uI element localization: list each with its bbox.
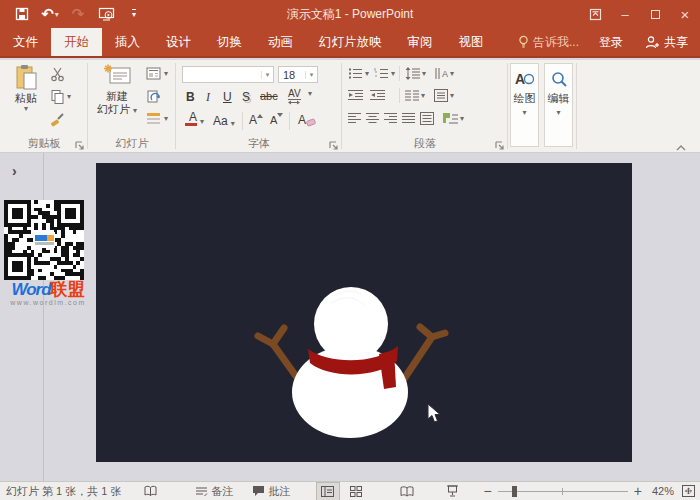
numbering-dropdown-arrow[interactable]: ▾	[391, 70, 395, 78]
zoom-out-button[interactable]: −	[484, 483, 492, 499]
paragraph-dialog-launcher[interactable]	[495, 140, 505, 150]
tab-animations[interactable]: 动画	[255, 28, 306, 56]
paste-button[interactable]: 粘贴 ▾	[8, 64, 44, 113]
copy-button[interactable]: ▾	[50, 89, 71, 104]
customize-qat-button[interactable]: ▾	[122, 3, 146, 25]
minimize-button[interactable]: –	[610, 0, 640, 28]
slide-number-indicator[interactable]: 幻灯片 第 1 张，共 1 张	[6, 484, 122, 499]
align-text-button[interactable]: ▾	[434, 89, 454, 102]
decrease-indent-button[interactable]	[348, 89, 363, 102]
slide-canvas[interactable]	[96, 163, 632, 462]
share-button[interactable]: 共享	[633, 34, 700, 51]
tell-me-box[interactable]: 告诉我...	[508, 34, 589, 51]
tab-file[interactable]: 文件	[0, 28, 51, 56]
change-case-button[interactable]: Aa▾	[213, 114, 235, 128]
sign-in-button[interactable]: 登录	[589, 34, 633, 51]
font-color-dropdown[interactable]: ▾	[200, 118, 204, 126]
shrink-font-button[interactable]: A	[270, 113, 283, 126]
ribbon-display-options-button[interactable]	[580, 0, 610, 28]
tab-slideshow[interactable]: 幻灯片放映	[306, 28, 395, 56]
distribute-button[interactable]	[420, 112, 434, 125]
slide-layout-button[interactable]: ▾	[146, 67, 168, 80]
bullets-dropdown-arrow[interactable]: ▾	[365, 70, 369, 78]
close-button[interactable]: ×	[670, 0, 700, 28]
strikethrough-button[interactable]: abc	[260, 90, 278, 102]
section-dropdown-arrow[interactable]: ▾	[164, 115, 168, 123]
zoom-level-indicator[interactable]: 42%	[652, 485, 674, 497]
layout-dropdown-arrow[interactable]: ▾	[164, 70, 168, 78]
undo-button[interactable]: ↶ ▾	[38, 3, 62, 25]
text-direction-dropdown-arrow[interactable]: ▾	[450, 70, 454, 78]
italic-button[interactable]: I	[206, 90, 210, 105]
bullets-button[interactable]: ▾	[348, 67, 369, 80]
reset-slide-button[interactable]	[146, 89, 161, 104]
align-left-button[interactable]	[348, 112, 361, 125]
columns-dropdown-arrow[interactable]: ▾	[421, 92, 425, 100]
font-name-dropdown-arrow[interactable]: ▾	[261, 71, 273, 79]
text-direction-button[interactable]: A ▾	[434, 67, 454, 80]
bold-button[interactable]: B	[186, 90, 195, 104]
increase-indent-button[interactable]	[370, 89, 385, 102]
start-slideshow-button[interactable]	[94, 3, 118, 25]
columns-button[interactable]: ▾	[405, 89, 425, 102]
clear-formatting-button[interactable]: A	[298, 113, 316, 127]
font-dialog-launcher[interactable]	[329, 140, 339, 150]
text-shadow-button[interactable]: S	[242, 90, 250, 104]
zoom-slider-thumb[interactable]	[512, 486, 517, 497]
format-painter-button[interactable]	[50, 112, 65, 127]
tab-transitions[interactable]: 切换	[204, 28, 255, 56]
section-button[interactable]: ▾	[146, 112, 168, 125]
font-name-combobox[interactable]: ▾	[182, 66, 274, 83]
font-size-dropdown-arrow[interactable]: ▾	[305, 71, 317, 79]
tab-view[interactable]: 视图	[446, 28, 497, 56]
grow-font-button[interactable]: A	[249, 113, 263, 127]
align-right-button[interactable]	[384, 112, 397, 125]
editing-button[interactable]: 编辑 ▾	[544, 63, 573, 147]
underline-button[interactable]: U	[223, 90, 232, 104]
new-slide-dropdown-arrow[interactable]: ▾	[133, 106, 137, 115]
expand-thumbnail-pane-button[interactable]: ›	[12, 163, 17, 179]
tab-home[interactable]: 开始	[51, 28, 102, 56]
drawing-dropdown-arrow[interactable]: ▾	[522, 109, 526, 117]
font-color-button[interactable]: A	[185, 112, 197, 126]
notes-button[interactable]: 备注	[195, 484, 234, 499]
char-spacing-dropdown[interactable]: ▾	[308, 90, 312, 98]
tab-insert[interactable]: 插入	[102, 28, 153, 56]
cut-button[interactable]	[50, 67, 65, 82]
tab-design[interactable]: 设计	[153, 28, 204, 56]
slide-sorter-view-button[interactable]	[345, 483, 367, 500]
snowman-graphic[interactable]	[96, 163, 632, 462]
redo-button-disabled[interactable]: ↷	[66, 3, 90, 25]
align-text-dropdown-arrow[interactable]: ▾	[450, 92, 454, 100]
justify-button[interactable]	[402, 112, 415, 125]
restore-button[interactable]	[640, 0, 670, 28]
normal-view-icon	[321, 486, 334, 497]
slideshow-view-button[interactable]	[442, 483, 464, 500]
notes-label: 备注	[212, 484, 234, 499]
drawing-button[interactable]: A 绘图 ▾	[510, 63, 539, 147]
line-spacing-button[interactable]: ▾	[405, 67, 426, 80]
zoom-slider[interactable]	[498, 483, 628, 500]
spell-check-button[interactable]	[144, 485, 157, 498]
convert-smartart-button[interactable]: ▾	[442, 112, 464, 125]
copy-dropdown-arrow[interactable]: ▾	[67, 93, 71, 101]
collapse-ribbon-button[interactable]	[676, 140, 686, 154]
editing-dropdown-arrow[interactable]: ▾	[556, 109, 560, 117]
undo-dropdown-arrow[interactable]: ▾	[55, 10, 59, 19]
paste-dropdown-arrow[interactable]: ▾	[24, 105, 28, 113]
fit-slide-to-window-button[interactable]	[682, 485, 695, 497]
new-slide-button[interactable]: 新建 幻灯片 ▾	[94, 64, 140, 116]
numbering-button[interactable]: ▾	[374, 67, 395, 80]
line-spacing-dropdown-arrow[interactable]: ▾	[422, 70, 426, 78]
reading-view-button[interactable]	[396, 483, 418, 500]
save-button[interactable]	[10, 3, 34, 25]
tab-review[interactable]: 审阅	[395, 28, 446, 56]
zoom-in-button[interactable]: +	[634, 483, 642, 499]
align-center-button[interactable]	[366, 112, 379, 125]
clipboard-dialog-launcher[interactable]	[75, 140, 85, 150]
comments-button[interactable]: 批注	[252, 484, 291, 499]
font-size-combobox[interactable]: 18 ▾	[278, 66, 318, 83]
smartart-dropdown-arrow[interactable]: ▾	[460, 115, 464, 123]
character-spacing-button[interactable]: AV	[288, 88, 301, 105]
normal-view-button[interactable]	[317, 483, 339, 500]
